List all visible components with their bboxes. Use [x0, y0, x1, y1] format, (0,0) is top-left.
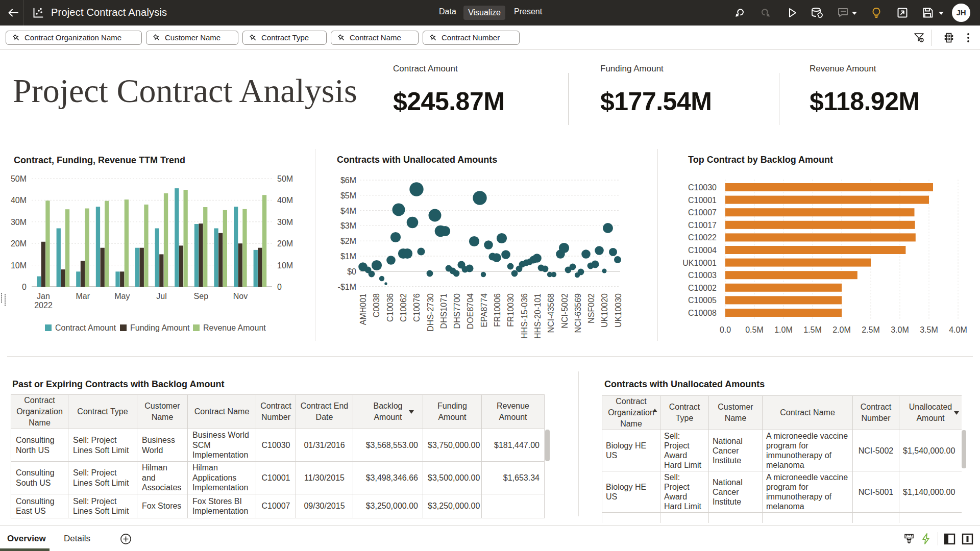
svg-text:20M: 20M: [11, 239, 27, 248]
svg-text:C10022: C10022: [688, 233, 717, 242]
svg-text:2022: 2022: [34, 301, 53, 310]
svg-text:Funding Amount: Funding Amount: [130, 323, 190, 332]
svg-text:C10004: C10004: [688, 246, 717, 255]
svg-text:0.5M: 0.5M: [745, 325, 764, 334]
svg-text:DHS1071: DHS1071: [439, 293, 448, 329]
svg-text:C10001: C10001: [688, 196, 717, 205]
svg-text:UK10020: UK10020: [600, 293, 609, 328]
svg-text:1.0M: 1.0M: [774, 325, 793, 334]
svg-text:-$1M: -$1M: [338, 283, 356, 291]
svg-text:2.5M: 2.5M: [862, 325, 880, 334]
svg-text:AMH001: AMH001: [359, 293, 368, 325]
svg-text:May: May: [114, 292, 130, 300]
svg-text:3.0M: 3.0M: [891, 325, 909, 334]
svg-text:10M: 10M: [11, 261, 27, 270]
svg-text:NCI-5002: NCI-5002: [560, 293, 569, 329]
svg-text:UK10001: UK10001: [682, 259, 717, 267]
svg-text:HHS-20-101: HHS-20-101: [533, 293, 542, 339]
svg-text:$3M: $3M: [340, 221, 356, 230]
svg-text:$2M: $2M: [340, 237, 356, 245]
svg-text:Mar: Mar: [76, 292, 90, 300]
svg-text:0: 0: [277, 283, 282, 291]
svg-text:50M: 50M: [11, 174, 27, 183]
svg-text:C10017: C10017: [688, 221, 717, 230]
svg-text:Nov: Nov: [233, 292, 248, 300]
svg-text:HHS-15-036: HHS-15-036: [520, 293, 529, 339]
svg-text:Revenue Amount: Revenue Amount: [203, 323, 266, 332]
svg-text:NSF002: NSF002: [587, 293, 596, 323]
svg-text:NCI-63569: NCI-63569: [574, 293, 582, 333]
svg-text:C10062: C10062: [399, 293, 408, 322]
svg-text:$6M: $6M: [340, 176, 356, 185]
svg-text:EPA8774: EPA8774: [480, 293, 488, 328]
svg-text:Sep: Sep: [194, 292, 209, 300]
svg-text:C10003: C10003: [688, 271, 717, 280]
svg-text:2.0M: 2.0M: [832, 325, 851, 334]
svg-text:0: 0: [22, 283, 27, 291]
svg-text:FR10006: FR10006: [493, 293, 502, 327]
svg-text:10M: 10M: [277, 261, 293, 270]
svg-text:C0038: C0038: [372, 293, 381, 317]
svg-text:$0: $0: [347, 267, 356, 276]
svg-text:Jul: Jul: [156, 292, 166, 300]
svg-text:UK10030: UK10030: [614, 293, 623, 328]
svg-text:C10008: C10008: [688, 309, 717, 317]
svg-text:C10005: C10005: [688, 296, 717, 305]
svg-text:50M: 50M: [277, 174, 293, 183]
svg-text:FR10030: FR10030: [506, 293, 515, 327]
svg-text:30M: 30M: [11, 218, 27, 227]
svg-text:Jan: Jan: [37, 292, 50, 300]
svg-text:40M: 40M: [277, 196, 293, 205]
svg-text:NCI-43568: NCI-43568: [547, 293, 555, 333]
svg-text:4.0M: 4.0M: [949, 325, 967, 334]
svg-text:$1M: $1M: [340, 252, 356, 261]
svg-text:C10007: C10007: [688, 208, 717, 217]
svg-text:1.5M: 1.5M: [803, 325, 822, 334]
svg-text:Contract Amount: Contract Amount: [55, 323, 116, 332]
svg-text:DHS7700: DHS7700: [453, 293, 461, 329]
svg-text:C10030: C10030: [688, 183, 717, 192]
svg-text:$4M: $4M: [340, 207, 356, 215]
svg-text:$5M: $5M: [340, 191, 356, 200]
svg-text:C10036: C10036: [386, 293, 395, 322]
svg-text:30M: 30M: [277, 218, 293, 227]
svg-text:20M: 20M: [277, 239, 293, 248]
svg-text:C10076: C10076: [412, 293, 421, 322]
svg-text:40M: 40M: [11, 196, 27, 205]
svg-text:DHS-2730: DHS-2730: [426, 293, 435, 332]
svg-text:0.0: 0.0: [720, 325, 731, 334]
svg-text:3.5M: 3.5M: [920, 325, 938, 334]
svg-text:DOE8704: DOE8704: [466, 293, 475, 329]
svg-text:C10002: C10002: [688, 284, 717, 292]
